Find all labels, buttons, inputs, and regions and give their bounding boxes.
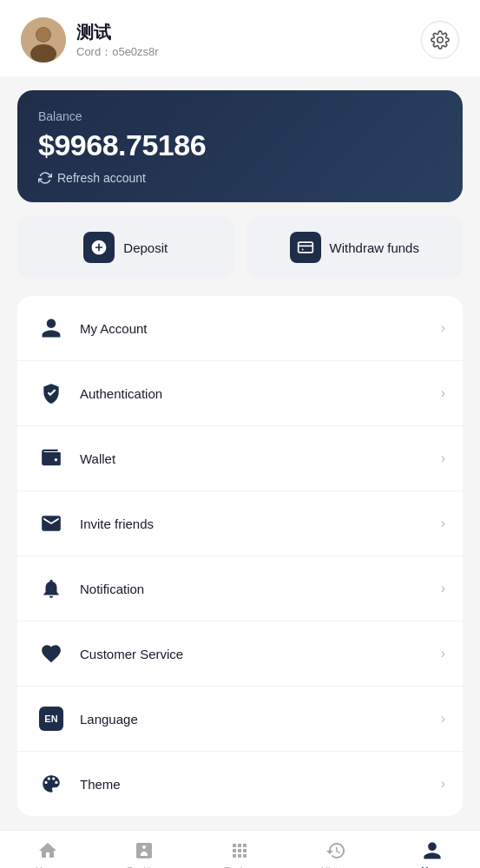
envelope-icon	[35, 507, 68, 540]
withdraw-icon	[290, 232, 321, 263]
withdraw-label: Withdraw funds	[330, 240, 419, 255]
my-account-label: My Account	[80, 321, 441, 336]
language-label: Language	[80, 712, 441, 727]
header: 测试 Cord：o5e0zs8r	[0, 0, 480, 76]
menu-item-language[interactable]: EN Language ›	[17, 687, 463, 752]
withdraw-button[interactable]: Withdraw funds	[247, 216, 464, 279]
deposit-button[interactable]: Deposit	[17, 216, 234, 279]
chevron-icon: ›	[441, 385, 445, 401]
home-icon	[36, 839, 59, 862]
theme-label: Theme	[80, 777, 441, 792]
language-icon: EN	[35, 702, 68, 735]
nav-item-user[interactable]: User	[384, 839, 480, 868]
shield-check-icon	[35, 377, 68, 410]
user-info: 测试 Cord：o5e0zs8r	[76, 21, 159, 60]
action-row: Deposit Withdraw funds	[17, 216, 463, 279]
chevron-icon: ›	[441, 711, 445, 727]
balance-card: Balance $9968.75186 Refresh account	[17, 90, 463, 202]
balance-amount: $9968.75186	[38, 128, 442, 162]
nav-item-explore[interactable]: Explore	[192, 839, 288, 868]
chevron-icon: ›	[441, 450, 445, 466]
wallet-icon	[35, 442, 68, 475]
wallet-label: Wallet	[80, 451, 441, 466]
svg-rect-5	[298, 242, 312, 253]
menu-item-theme[interactable]: Theme ›	[17, 752, 463, 816]
chevron-icon: ›	[441, 776, 445, 792]
balance-label: Balance	[38, 109, 442, 123]
menu-item-my-account[interactable]: My Account ›	[17, 296, 463, 361]
settings-icon	[431, 30, 450, 49]
explore-icon	[228, 839, 251, 862]
nav-item-home[interactable]: Home	[0, 839, 96, 868]
heart-icon	[35, 637, 68, 670]
chevron-icon: ›	[441, 581, 445, 596]
settings-button[interactable]	[421, 21, 459, 59]
menu-section: My Account › Authentication › Wallet › I…	[17, 296, 463, 816]
chevron-icon: ›	[441, 516, 445, 531]
notification-label: Notification	[80, 582, 441, 596]
menu-item-authentication[interactable]: Authentication ›	[17, 361, 463, 426]
position-icon	[133, 839, 155, 862]
refresh-icon	[38, 171, 52, 185]
svg-point-2	[30, 44, 56, 62]
history-icon	[325, 839, 347, 862]
svg-point-3	[36, 28, 50, 42]
username: 测试	[76, 21, 159, 44]
customer-service-label: Customer Service	[80, 647, 441, 661]
menu-item-notification[interactable]: Notification ›	[17, 556, 463, 621]
menu-item-customer-service[interactable]: Customer Service ›	[17, 621, 463, 687]
user-icon	[421, 839, 444, 862]
withdraw-svg-icon	[297, 239, 314, 256]
phone-container: 测试 Cord：o5e0zs8r Balance $9968.75186 Ref…	[0, 0, 480, 868]
chevron-icon: ›	[441, 646, 445, 661]
deposit-icon	[83, 232, 115, 263]
refresh-label: Refresh account	[57, 171, 146, 185]
menu-item-invite-friends[interactable]: Invite friends ›	[17, 491, 463, 556]
theme-icon	[35, 767, 68, 800]
avatar	[21, 17, 66, 62]
nav-item-history[interactable]: History	[288, 839, 385, 868]
authentication-label: Authentication	[80, 386, 441, 401]
chevron-icon: ›	[441, 320, 445, 336]
user-cord: Cord：o5e0zs8r	[76, 44, 159, 60]
refresh-button[interactable]: Refresh account	[38, 171, 146, 185]
menu-item-wallet[interactable]: Wallet ›	[17, 426, 463, 491]
bell-icon	[35, 572, 68, 605]
nav-item-position[interactable]: Position	[96, 839, 193, 868]
deposit-label: Deposit	[123, 240, 168, 255]
person-icon	[35, 312, 68, 345]
lang-badge: EN	[39, 707, 63, 731]
header-left: 测试 Cord：o5e0zs8r	[21, 17, 159, 62]
invite-friends-label: Invite friends	[80, 516, 441, 531]
bottom-nav: Home Position Explore History User	[0, 830, 480, 868]
plus-icon	[90, 239, 108, 256]
svg-point-4	[437, 37, 443, 43]
